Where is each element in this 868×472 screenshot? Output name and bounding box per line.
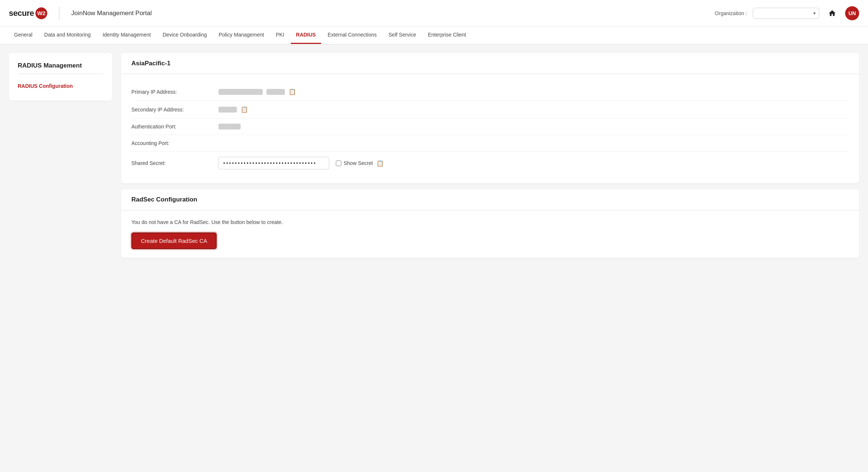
shared-secret-row: Shared Secret: Show Secret 📋: [131, 152, 849, 175]
header-right: Organization : UN: [715, 6, 859, 20]
avatar[interactable]: UN: [845, 6, 859, 20]
asia-pacific-header: AsiaPacific-1: [121, 53, 859, 74]
create-radsec-button[interactable]: Create Default RadSec CA: [131, 232, 217, 249]
secondary-ip-blurred: [218, 107, 237, 113]
primary-ip-label: Primary IP Address:: [131, 89, 213, 95]
show-secret-wrap: Show Secret: [336, 160, 373, 166]
home-button[interactable]: [825, 6, 839, 20]
secondary-ip-value: 📋: [218, 106, 849, 113]
sidebar-item-radius-configuration[interactable]: RADIUS Configuration: [18, 80, 103, 92]
auth-port-row: Authentication Port:: [131, 118, 849, 135]
shared-secret-label: Shared Secret:: [131, 160, 213, 166]
asia-pacific-section: AsiaPacific-1 Primary IP Address: 📋 Seco…: [121, 53, 859, 183]
auth-port-value: [218, 124, 849, 130]
nav-item-pki[interactable]: PKI: [271, 27, 289, 44]
accounting-port-row: Accounting Port:: [131, 135, 849, 152]
auth-port-label: Authentication Port:: [131, 124, 213, 130]
logo-text-secure: secure: [9, 8, 34, 18]
nav-item-policy-management[interactable]: Policy Management: [214, 27, 269, 44]
nav-item-data-and-monitoring[interactable]: Data and Monitoring: [39, 27, 96, 44]
show-secret-label: Show Secret: [344, 160, 373, 166]
nav-item-device-onboarding[interactable]: Device Onboarding: [158, 27, 212, 44]
asia-pacific-title: AsiaPacific-1: [131, 60, 849, 67]
home-icon: [828, 9, 836, 17]
main-nav: General Data and Monitoring Identity Man…: [0, 27, 868, 44]
logo: secure W2: [9, 7, 47, 19]
portal-title: JoinNow Management Portal: [71, 10, 152, 17]
auth-port-blurred: [218, 124, 241, 130]
nav-item-self-service[interactable]: Self Service: [383, 27, 421, 44]
primary-ip-value: 📋: [218, 88, 849, 95]
radsec-section: RadSec Configuration You do not have a C…: [121, 189, 859, 258]
logo-badge: W2: [35, 7, 47, 19]
nav-item-enterprise-client[interactable]: Enterprise Client: [423, 27, 471, 44]
nav-item-external-connections[interactable]: External Connections: [323, 27, 382, 44]
sidebar: RADIUS Management RADIUS Configuration: [9, 53, 112, 101]
header-divider: [59, 7, 59, 20]
radsec-title: RadSec Configuration: [131, 196, 849, 203]
asia-pacific-body: Primary IP Address: 📋 Secondary IP Addre…: [121, 74, 859, 183]
secondary-ip-row: Secondary IP Address: 📋: [131, 101, 849, 118]
shared-secret-copy-icon[interactable]: 📋: [376, 160, 384, 167]
org-select-wrap: [753, 8, 819, 19]
shared-secret-value: Show Secret 📋: [218, 157, 849, 169]
secondary-ip-copy-icon[interactable]: 📋: [241, 106, 248, 113]
nav-item-radius[interactable]: RADIUS: [291, 27, 321, 44]
show-secret-checkbox[interactable]: [336, 161, 341, 166]
sidebar-title: RADIUS Management: [18, 62, 103, 69]
radsec-body: You do not have a CA for RadSec. Use the…: [121, 210, 859, 258]
shared-secret-input[interactable]: [218, 157, 329, 169]
accounting-port-label: Accounting Port:: [131, 140, 213, 146]
nav-item-identity-management[interactable]: Identity Management: [97, 27, 156, 44]
primary-ip-row: Primary IP Address: 📋: [131, 83, 849, 101]
page-layout: RADIUS Management RADIUS Configuration A…: [0, 44, 868, 468]
org-label: Organization :: [715, 10, 747, 16]
main-content: AsiaPacific-1 Primary IP Address: 📋 Seco…: [121, 53, 859, 459]
header: secure W2 JoinNow Management Portal Orga…: [0, 0, 868, 27]
radsec-message: You do not have a CA for RadSec. Use the…: [131, 219, 849, 225]
sidebar-divider: [18, 74, 103, 74]
primary-ip-copy-icon[interactable]: 📋: [289, 88, 296, 95]
logo-area: secure W2 JoinNow Management Portal: [9, 7, 152, 20]
primary-ip-blurred-2: [266, 89, 285, 95]
org-select[interactable]: [753, 8, 819, 19]
primary-ip-blurred: [218, 89, 263, 95]
secondary-ip-label: Secondary IP Address:: [131, 107, 213, 113]
nav-item-general[interactable]: General: [9, 27, 38, 44]
radsec-header: RadSec Configuration: [121, 189, 859, 210]
